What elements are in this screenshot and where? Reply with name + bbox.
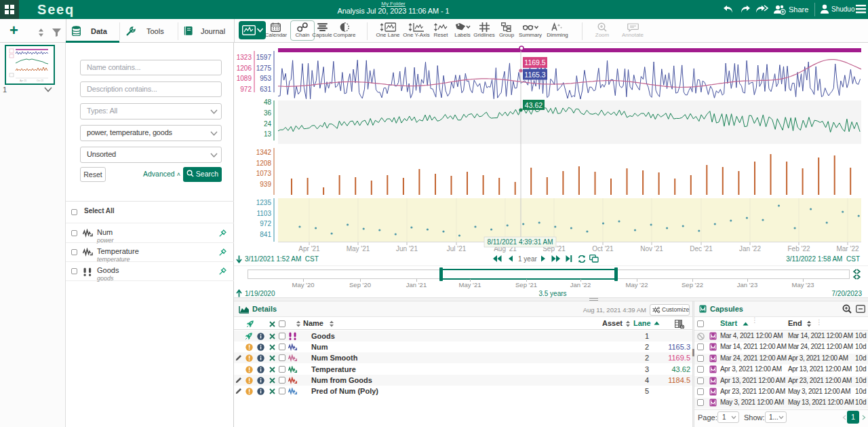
svg-text:Apr '21: Apr '21 bbox=[298, 245, 320, 253]
svg-text:Mar '22: Mar '22 bbox=[836, 245, 859, 253]
svg-text:1275: 1275 bbox=[256, 64, 272, 72]
svg-text:1089: 1089 bbox=[237, 75, 252, 82]
svg-text:972: 972 bbox=[260, 220, 271, 227]
svg-text:24: 24 bbox=[264, 120, 272, 128]
svg-text:1206: 1206 bbox=[237, 64, 252, 72]
svg-text:1073: 1073 bbox=[256, 170, 272, 177]
svg-text:631: 631 bbox=[260, 86, 271, 93]
svg-text:Jan '22: Jan '22 bbox=[739, 245, 761, 253]
svg-text:Apr 21: Apr 21 bbox=[20, 79, 26, 82]
svg-text:48: 48 bbox=[264, 98, 272, 106]
svg-text:Feb '22: Feb '22 bbox=[787, 245, 810, 253]
svg-text:939: 939 bbox=[260, 181, 271, 188]
svg-text:972: 972 bbox=[240, 86, 252, 93]
svg-text:1342: 1342 bbox=[256, 149, 272, 156]
svg-text:Jun '21: Jun '21 bbox=[396, 245, 418, 253]
svg-text:Oct '21: Oct '21 bbox=[592, 245, 614, 253]
svg-text:1597: 1597 bbox=[256, 54, 272, 61]
svg-text:8/11/2021 4:39:31 AM: 8/11/2021 4:39:31 AM bbox=[487, 238, 553, 246]
svg-text:1323: 1323 bbox=[237, 54, 252, 61]
svg-text:1103: 1103 bbox=[256, 210, 271, 217]
svg-text:1169.5: 1169.5 bbox=[524, 58, 545, 67]
svg-text:1235: 1235 bbox=[256, 199, 272, 206]
svg-text:43.62: 43.62 bbox=[525, 101, 542, 109]
svg-text:1165.3: 1165.3 bbox=[524, 71, 545, 79]
svg-text:Oct 21: Oct 21 bbox=[37, 79, 43, 82]
svg-text:13: 13 bbox=[264, 130, 272, 138]
svg-text:Nov '21: Nov '21 bbox=[640, 245, 663, 253]
svg-text:1208: 1208 bbox=[256, 160, 272, 167]
svg-text:841: 841 bbox=[260, 231, 271, 238]
svg-text:953: 953 bbox=[260, 75, 271, 82]
svg-text:May '21: May '21 bbox=[347, 245, 370, 253]
svg-text:Dec '21: Dec '21 bbox=[690, 245, 713, 253]
svg-text:Jul '21: Jul '21 bbox=[447, 245, 467, 253]
svg-text:36: 36 bbox=[264, 109, 272, 117]
